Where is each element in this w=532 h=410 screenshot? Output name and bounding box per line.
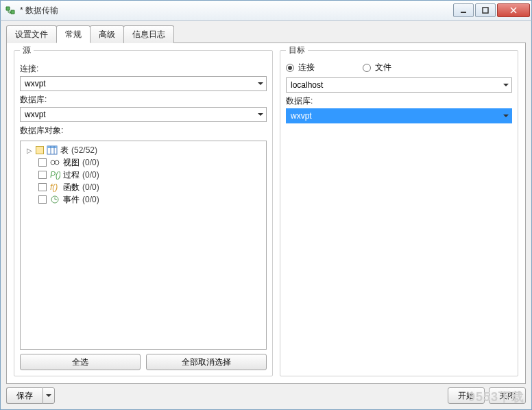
tab-strip: 设置文件 常规 高级 信息日志	[6, 25, 526, 43]
source-conn-label: 连接:	[20, 63, 267, 75]
client-area: 设置文件 常规 高级 信息日志 源 连接: wxvpt 数据库: wxvpt 数…	[0, 21, 532, 410]
window-title: * 数据传输	[20, 5, 452, 16]
close-label: 关闭	[499, 390, 516, 402]
window-buttons	[452, 3, 530, 17]
checkbox[interactable]	[38, 158, 47, 167]
close-dialog-button[interactable]: 关闭	[489, 387, 526, 404]
target-db-combo[interactable]: wxvpt	[286, 108, 512, 123]
tab-log[interactable]: 信息日志	[123, 25, 174, 43]
deselect-all-label: 全部取消选择	[182, 357, 231, 368]
app-icon	[5, 5, 16, 16]
tree-twisty-icon[interactable]: ▷	[26, 147, 33, 154]
radio-icon	[286, 64, 294, 72]
svg-point-9	[55, 160, 59, 165]
target-legend: 目标	[286, 45, 308, 56]
select-buttons-row: 全选 全部取消选择	[20, 354, 267, 370]
tree-count: (0/0)	[82, 182, 99, 192]
close-button[interactable]	[497, 3, 530, 17]
tree-count: (0/0)	[82, 158, 99, 167]
deselect-all-button[interactable]: 全部取消选择	[146, 354, 267, 370]
chevron-down-icon	[258, 110, 263, 119]
tree-label: 函数	[63, 182, 80, 193]
save-button[interactable]: 保存	[6, 387, 43, 404]
footer: 保存 开始 关闭	[6, 387, 526, 404]
tree-row-procs[interactable]: P() 过程 (0/0)	[23, 169, 263, 181]
tree-row-events[interactable]: 事件 (0/0)	[23, 193, 263, 206]
chevron-down-icon	[503, 111, 509, 121]
maximize-button[interactable]	[475, 3, 496, 17]
radio-file-label: 文件	[375, 62, 391, 73]
tree-count: (52/52)	[71, 145, 97, 155]
radio-connection-label: 连接	[298, 62, 315, 73]
minimize-button[interactable]	[453, 3, 474, 17]
tab-setfile[interactable]: 设置文件	[6, 25, 57, 43]
tab-advanced[interactable]: 高级	[90, 25, 124, 43]
select-all-label: 全选	[72, 357, 88, 368]
svg-rect-5	[47, 146, 57, 148]
svg-text:P(): P()	[50, 170, 60, 180]
target-conn-combo[interactable]: localhost	[286, 77, 512, 93]
source-conn-combo[interactable]: wxvpt	[20, 76, 267, 91]
start-label: 开始	[458, 390, 474, 402]
group-target: 目标 连接 文件 localhost 数据库: wxvpt	[280, 50, 518, 376]
svg-point-8	[51, 160, 55, 165]
checkbox[interactable]	[38, 195, 47, 204]
tree-label: 表	[60, 145, 69, 156]
source-conn-value: wxvpt	[25, 79, 46, 88]
target-conn-value: localhost	[291, 80, 323, 90]
tree-label: 视图	[63, 157, 80, 169]
svg-text:f(): f()	[50, 182, 58, 192]
target-db-value: wxvpt	[291, 111, 312, 121]
target-db-label: 数据库:	[286, 95, 512, 107]
checkbox[interactable]	[38, 183, 47, 191]
event-icon	[49, 194, 60, 205]
save-split-button: 保存	[6, 387, 55, 404]
tree-count: (0/0)	[82, 170, 99, 180]
tree-label: 过程	[63, 169, 80, 181]
chevron-down-icon	[503, 80, 509, 90]
tree-row-views[interactable]: 视图 (0/0)	[23, 156, 263, 169]
checkbox[interactable]	[36, 146, 44, 154]
save-label: 保存	[16, 390, 33, 402]
source-objects-label: 数据库对象:	[20, 125, 267, 136]
source-db-value: wxvpt	[25, 110, 46, 119]
tree-label: 事件	[63, 194, 80, 206]
svg-rect-1	[483, 8, 488, 13]
table-icon	[47, 145, 58, 156]
source-legend: 源	[20, 45, 34, 56]
radio-connection[interactable]: 连接	[286, 62, 315, 73]
radio-file[interactable]: 文件	[363, 62, 391, 73]
start-button[interactable]: 开始	[448, 387, 485, 404]
tree-row-funcs[interactable]: f() 函数 (0/0)	[23, 181, 263, 193]
radio-icon	[363, 64, 371, 72]
function-icon: f()	[49, 182, 60, 193]
group-source: 源 连接: wxvpt 数据库: wxvpt 数据库对象: ▷ 表 (52/52…	[14, 50, 273, 376]
chevron-down-icon	[258, 79, 263, 88]
select-all-button[interactable]: 全选	[20, 354, 141, 370]
checkbox[interactable]	[38, 171, 47, 179]
source-db-combo[interactable]: wxvpt	[20, 107, 267, 122]
tab-general[interactable]: 常规	[56, 25, 90, 43]
titlebar: * 数据传输	[0, 0, 532, 21]
tab-page-general: 源 连接: wxvpt 数据库: wxvpt 数据库对象: ▷ 表 (52/52…	[6, 43, 526, 384]
tree-count: (0/0)	[82, 195, 99, 204]
view-icon	[49, 157, 60, 168]
procedure-icon: P()	[49, 169, 60, 180]
db-objects-tree[interactable]: ▷ 表 (52/52) 视图 (0/0) P() 过程 (0/0)	[20, 141, 267, 350]
save-dropdown-button[interactable]	[43, 387, 55, 404]
target-radio-group: 连接 文件	[286, 62, 512, 73]
tree-row-tables[interactable]: ▷ 表 (52/52)	[23, 144, 263, 156]
source-db-label: 数据库:	[20, 94, 267, 106]
